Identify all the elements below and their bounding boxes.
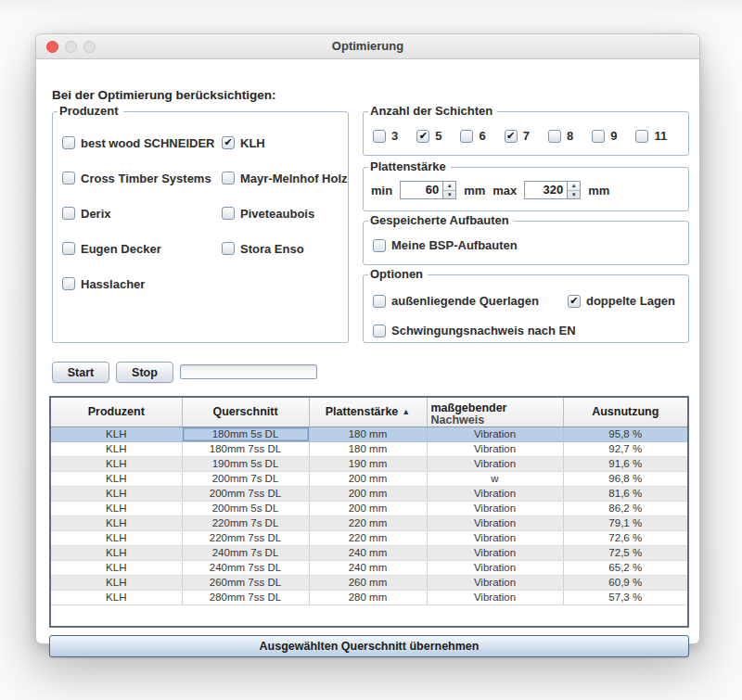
- column-header-ausnutzung[interactable]: Ausnutzung: [563, 398, 687, 427]
- checkbox[interactable]: ✔: [568, 295, 581, 308]
- cell-ausnutzung[interactable]: 65,2 %: [563, 561, 687, 576]
- cell-ausnutzung[interactable]: 96,8 %: [563, 472, 687, 487]
- table-row[interactable]: KLH 260mm 7ss DL 260 mm Vibration 60,9 %: [51, 576, 687, 591]
- table-row[interactable]: KLH 240mm 7s DL 240 mm Vibration 72,5 %: [51, 546, 687, 561]
- cell-ausnutzung[interactable]: 86,2 %: [563, 502, 687, 516]
- table-row[interactable]: KLH 180mm 5s DL 180 mm Vibration 95,8 %: [51, 427, 687, 442]
- column-header-produzent[interactable]: Produzent: [51, 398, 182, 427]
- cell-produzent[interactable]: KLH: [51, 502, 182, 516]
- zoom-button[interactable]: [83, 41, 96, 53]
- cell-produzent[interactable]: KLH: [51, 561, 182, 576]
- table-row[interactable]: KLH 200mm 5s DL 200 mm Vibration 86,2 %: [51, 502, 687, 516]
- cell-plattenstaerke[interactable]: 240 mm: [309, 546, 427, 561]
- cell-produzent[interactable]: KLH: [51, 576, 182, 591]
- checkbox-item-3[interactable]: ✔ 3: [373, 129, 398, 143]
- checkbox-item-aussenliegende-querlagen[interactable]: ✔ außenliegende Querlagen: [373, 294, 539, 308]
- cell-querschnitt[interactable]: 200mm 7s DL: [182, 472, 309, 487]
- table-row[interactable]: KLH 240mm 7ss DL 240 mm Vibration 65,2 %: [51, 561, 687, 576]
- cell-produzent[interactable]: KLH: [51, 546, 182, 561]
- cell-plattenstaerke[interactable]: 240 mm: [309, 561, 427, 576]
- cell-plattenstaerke[interactable]: 180 mm: [309, 427, 427, 442]
- checkbox[interactable]: ✔: [635, 130, 648, 143]
- table-row[interactable]: KLH 180mm 7ss DL 180 mm Vibration 92,7 %: [51, 442, 687, 457]
- cell-massgebender[interactable]: Vibration: [427, 531, 563, 546]
- spinner-up-icon[interactable]: ▲: [568, 182, 580, 191]
- cell-querschnitt[interactable]: 200mm 5s DL: [182, 502, 309, 516]
- cell-massgebender[interactable]: Vibration: [427, 516, 563, 531]
- cell-produzent[interactable]: KLH: [51, 442, 182, 457]
- cell-massgebender[interactable]: Vibration: [427, 457, 563, 472]
- cell-plattenstaerke[interactable]: 220 mm: [309, 516, 427, 531]
- checkbox[interactable]: ✔: [222, 172, 235, 185]
- cell-querschnitt[interactable]: 240mm 7s DL: [182, 546, 309, 561]
- cell-produzent[interactable]: KLH: [51, 472, 182, 487]
- stop-button[interactable]: Stop: [116, 362, 173, 383]
- cell-produzent[interactable]: KLH: [51, 457, 182, 472]
- checkbox[interactable]: ✔: [222, 242, 235, 255]
- checkbox[interactable]: ✔: [62, 277, 75, 290]
- cell-massgebender[interactable]: Vibration: [427, 546, 563, 561]
- checkbox-item-mayr-melnhof-holz[interactable]: ✔ Mayr-Melnhof Holz: [222, 160, 348, 196]
- cell-massgebender[interactable]: w: [427, 472, 563, 487]
- checkbox[interactable]: ✔: [373, 130, 386, 143]
- cell-plattenstaerke[interactable]: 200 mm: [309, 472, 427, 487]
- table-row[interactable]: KLH 200mm 7s DL 200 mm w 96,8 %: [51, 472, 687, 487]
- cell-ausnutzung[interactable]: 81,6 %: [563, 487, 687, 502]
- cell-ausnutzung[interactable]: 91,6 %: [563, 457, 687, 472]
- cell-ausnutzung[interactable]: 72,6 %: [563, 531, 687, 546]
- checkbox-item-derix[interactable]: ✔ Derix: [62, 196, 222, 231]
- cell-massgebender[interactable]: Vibration: [427, 576, 563, 591]
- checkbox-item-6[interactable]: ✔ 6: [460, 129, 485, 143]
- cell-ausnutzung[interactable]: 57,3 %: [563, 591, 687, 605]
- start-button[interactable]: Start: [52, 362, 109, 383]
- table-row[interactable]: KLH 280mm 7ss DL 280 mm Vibration 57,3 %: [51, 591, 687, 605]
- spinner-down-icon[interactable]: ▼: [443, 191, 455, 199]
- cell-massgebender[interactable]: Vibration: [427, 442, 563, 457]
- cell-plattenstaerke[interactable]: 180 mm: [309, 442, 427, 457]
- checkbox[interactable]: ✔: [222, 207, 235, 220]
- cell-plattenstaerke[interactable]: 200 mm: [309, 502, 427, 516]
- table-row[interactable]: KLH 200mm 7ss DL 200 mm Vibration 81,6 %: [51, 487, 687, 502]
- cell-ausnutzung[interactable]: 95,8 %: [563, 427, 687, 442]
- spinner-up-icon[interactable]: ▲: [443, 182, 455, 191]
- checkbox-item-klh[interactable]: ✔ KLH: [222, 125, 348, 160]
- checkbox-item-7[interactable]: ✔ 7: [505, 129, 530, 143]
- max-thickness-spinner[interactable]: 320 ▲ ▼: [524, 181, 581, 199]
- checkbox[interactable]: ✔: [592, 130, 605, 143]
- cell-massgebender[interactable]: Vibration: [427, 487, 563, 502]
- checkbox[interactable]: ✔: [505, 130, 518, 143]
- cell-querschnitt[interactable]: 180mm 5s DL: [182, 427, 309, 442]
- checkbox-item-cross-timber-systems[interactable]: ✔ Cross Timber Systems: [62, 160, 222, 196]
- checkbox-item-5[interactable]: ✔ 5: [416, 129, 441, 143]
- cell-massgebender[interactable]: Vibration: [427, 591, 563, 605]
- cell-plattenstaerke[interactable]: 280 mm: [309, 591, 427, 605]
- title-bar[interactable]: Optimierung: [36, 34, 699, 59]
- checkbox[interactable]: ✔: [62, 207, 75, 220]
- checkbox-item-schwingungsnachweis[interactable]: ✔ Schwingungsnachweis nach EN: [373, 324, 675, 337]
- checkbox[interactable]: ✔: [62, 172, 75, 185]
- apply-selected-cross-section-button[interactable]: Ausgewählten Querschnitt übernehmen: [49, 635, 689, 657]
- column-header-querschnitt[interactable]: Querschnitt: [182, 398, 309, 427]
- checkbox[interactable]: ✔: [62, 242, 75, 255]
- cell-plattenstaerke[interactable]: 220 mm: [309, 531, 427, 546]
- checkbox[interactable]: ✔: [460, 130, 473, 143]
- checkbox-item-eugen-decker[interactable]: ✔ Eugen Decker: [62, 231, 222, 266]
- checkbox[interactable]: ✔: [373, 295, 386, 308]
- min-thickness-spinner[interactable]: 60 ▲ ▼: [400, 181, 456, 199]
- cell-plattenstaerke[interactable]: 260 mm: [309, 576, 427, 591]
- minimize-button[interactable]: [65, 41, 77, 53]
- cell-querschnitt[interactable]: 190mm 5s DL: [182, 457, 309, 472]
- cell-querschnitt[interactable]: 200mm 7ss DL: [182, 487, 309, 502]
- checkbox-item-best-wood-schneider[interactable]: ✔ best wood SCHNEIDER: [62, 125, 222, 160]
- max-thickness-value[interactable]: 320: [524, 181, 568, 199]
- cell-ausnutzung[interactable]: 60,9 %: [563, 576, 687, 591]
- min-thickness-value[interactable]: 60: [400, 181, 443, 199]
- cell-querschnitt[interactable]: 220mm 7s DL: [182, 516, 309, 531]
- checkbox-item-9[interactable]: ✔ 9: [592, 129, 617, 143]
- checkbox-item-8[interactable]: ✔ 8: [548, 129, 573, 143]
- cell-querschnitt[interactable]: 280mm 7ss DL: [182, 591, 309, 605]
- checkbox-item-doppelte-lagen[interactable]: ✔ doppelte Lagen: [568, 294, 675, 308]
- table-row[interactable]: KLH 190mm 5s DL 190 mm Vibration 91,6 %: [51, 457, 687, 472]
- checkbox-item-hasslacher[interactable]: ✔ Hasslacher: [62, 266, 222, 301]
- cell-massgebender[interactable]: Vibration: [427, 427, 563, 442]
